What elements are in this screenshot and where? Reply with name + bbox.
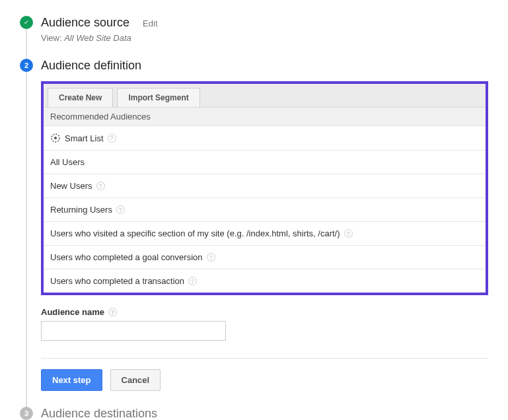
step-2-content: Audience definition Create New Import Se…: [41, 59, 488, 407]
row-all-users[interactable]: All Users: [44, 151, 486, 174]
svg-point-1: [54, 137, 57, 139]
step-3-indicator-pending: 3: [20, 407, 33, 420]
step-connector: [26, 29, 27, 59]
button-row: Next step Cancel: [41, 369, 488, 391]
help-icon[interactable]: ?: [344, 229, 353, 238]
row-label: Users who completed a goal conversion: [50, 252, 203, 262]
tabs: Create New Import Segment: [44, 84, 486, 108]
tab-create-new[interactable]: Create New: [48, 88, 113, 107]
row-label: Smart List: [65, 133, 104, 143]
step-1-content: Audience source Edit View: All Web Site …: [41, 16, 488, 59]
smart-list-icon: [50, 133, 61, 143]
section-header-recommended: Recommended Audiences: [44, 108, 486, 126]
step-2-indicator-active: 2: [20, 59, 33, 72]
view-value: All Web Site Data: [64, 33, 131, 43]
row-specific-section[interactable]: Users who visited a specific section of …: [44, 222, 486, 246]
step-1-title: Audience source: [41, 16, 129, 29]
step-3-number: 3: [24, 409, 28, 417]
step-3-content: Audience destinations: [41, 407, 488, 420]
audience-name-label: Audience name ?: [41, 307, 488, 317]
next-step-button[interactable]: Next step: [41, 369, 102, 391]
edit-link[interactable]: Edit: [143, 18, 157, 28]
help-icon[interactable]: ?: [108, 134, 116, 143]
help-icon[interactable]: ?: [188, 277, 197, 285]
view-label: View:: [41, 33, 64, 43]
help-icon[interactable]: ?: [108, 308, 117, 316]
step-connector: [26, 72, 27, 407]
step-audience-source: Audience source Edit View: All Web Site …: [20, 16, 488, 59]
step-3-title: Audience destinations: [41, 407, 488, 420]
row-new-users[interactable]: New Users ?: [44, 174, 486, 198]
cancel-button[interactable]: Cancel: [110, 369, 161, 391]
step-2-title: Audience definition: [41, 59, 488, 72]
help-icon[interactable]: ?: [96, 182, 105, 190]
divider: [41, 358, 488, 359]
row-smart-list[interactable]: Smart List ?: [44, 126, 486, 151]
row-transaction[interactable]: Users who completed a transaction ?: [44, 269, 486, 293]
row-goal-conversion[interactable]: Users who completed a goal conversion ?: [44, 246, 486, 269]
row-label: Returning Users: [50, 205, 112, 215]
step-audience-definition: 2 Audience definition Create New Import …: [20, 59, 488, 407]
step-2-number: 2: [24, 61, 28, 69]
row-label: Users who completed a transaction: [50, 276, 184, 286]
row-label: New Users: [50, 181, 92, 191]
audience-name-label-text: Audience name: [41, 307, 104, 317]
audience-name-input[interactable]: [41, 321, 226, 341]
tab-import-segment[interactable]: Import Segment: [117, 88, 200, 107]
row-returning-users[interactable]: Returning Users ?: [44, 198, 486, 222]
row-label: Users who visited a specific section of …: [50, 228, 340, 238]
step-audience-destinations: 3 Audience destinations: [20, 407, 488, 420]
check-icon: [22, 18, 30, 26]
help-icon[interactable]: ?: [116, 205, 125, 214]
help-icon[interactable]: ?: [207, 253, 215, 262]
row-label: All Users: [50, 157, 85, 167]
view-line: View: All Web Site Data: [41, 33, 488, 43]
audience-panel: Create New Import Segment Recommended Au…: [41, 81, 488, 295]
step-1-indicator-complete: [20, 16, 33, 29]
audience-name-field: Audience name ?: [41, 307, 488, 341]
